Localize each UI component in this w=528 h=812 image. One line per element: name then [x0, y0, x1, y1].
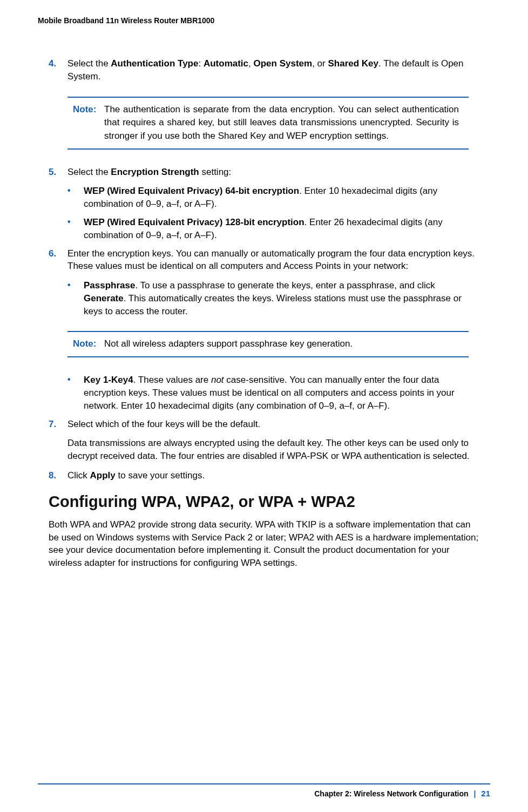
bullet-text: WEP (Wired Equivalent Privacy) 64-bit en…: [84, 185, 479, 211]
footer-page-number: 21: [481, 789, 490, 798]
step-7: 7. Select which of the four keys will be…: [49, 418, 479, 431]
text: , or: [312, 58, 328, 69]
step-4: 4. Select the Authentication Type: Autom…: [49, 57, 479, 83]
wep-64-label: WEP (Wired Equivalent Privacy) 64-bit en…: [84, 186, 299, 196]
bullet-wep-64: • WEP (Wired Equivalent Privacy) 64-bit …: [67, 185, 479, 211]
note-box-2: Note: Not all wireless adapters support …: [67, 331, 469, 357]
wep-128-label: WEP (Wired Equivalent Privacy) 128-bit e…: [84, 217, 304, 227]
option-automatic: Automatic: [204, 58, 248, 69]
option-shared-key: Shared Key: [328, 58, 378, 69]
bullet-marker: •: [67, 185, 84, 211]
step-6-bullets-2: • Key 1-Key4. These values are not case-…: [67, 374, 479, 412]
note-text: Not all wireless adapters support passph…: [104, 337, 469, 351]
passphrase-label: Passphrase: [84, 280, 135, 290]
step-number: 7.: [49, 418, 67, 431]
bullet-text: Passphrase. To use a passphrase to gener…: [84, 279, 479, 317]
note-label: Note:: [67, 103, 104, 143]
note-box-1: Note: The authentication is separate fro…: [67, 97, 469, 150]
step-8: 8. Click Apply to save your settings.: [49, 469, 479, 482]
bullet-passphrase: • Passphrase. To use a passphrase to gen…: [67, 279, 479, 317]
page-header: Mobile Broadband 11n Wireless Router MBR…: [38, 16, 490, 25]
text: :: [198, 58, 203, 69]
text: Click: [67, 470, 90, 481]
bullet-text: WEP (Wired Equivalent Privacy) 128-bit e…: [84, 216, 479, 242]
step-number: 6.: [49, 247, 67, 273]
auth-type-label: Authentication Type: [111, 58, 198, 69]
bullet-key1-key4: • Key 1-Key4. These values are not case-…: [67, 374, 479, 412]
text: ,: [248, 58, 253, 69]
footer-chapter: Chapter 2: Wireless Network Configuratio…: [314, 789, 468, 798]
encryption-strength-label: Encryption Strength: [111, 167, 199, 177]
step-5: 5. Select the Encryption Strength settin…: [49, 166, 479, 179]
text: . This automatically creates the keys. W…: [84, 293, 462, 316]
note-text: The authentication is separate from the …: [104, 103, 469, 143]
option-open-system: Open System: [254, 58, 313, 69]
step-text: Select the Authentication Type: Automati…: [67, 57, 479, 83]
step-text: Select the Encryption Strength setting:: [67, 166, 479, 179]
step-text: Click Apply to save your settings.: [67, 469, 479, 482]
bullet-marker: •: [67, 279, 84, 317]
key1-key4-label: Key 1-Key4: [84, 375, 133, 385]
page-footer: Chapter 2: Wireless Network Configuratio…: [38, 783, 490, 798]
section-para-wpa: Both WPA and WPA2 provide strong data se…: [49, 518, 479, 570]
step-number: 8.: [49, 469, 67, 482]
text: Select the: [67, 58, 111, 69]
text: Select the: [67, 167, 111, 177]
bullet-wep-128: • WEP (Wired Equivalent Privacy) 128-bit…: [67, 216, 479, 242]
generate-label: Generate: [84, 293, 124, 303]
step-text: Select which of the four keys will be th…: [67, 418, 479, 431]
step-number: 4.: [49, 57, 67, 83]
bullet-marker: •: [67, 374, 84, 412]
step-number: 5.: [49, 166, 67, 179]
not-italic: not: [211, 375, 224, 385]
apply-label: Apply: [90, 470, 116, 481]
step-7-para: Data transmissions are always encrypted …: [67, 437, 479, 463]
section-heading-wpa: Configuring WPA, WPA2, or WPA + WPA2: [49, 493, 479, 511]
note-label: Note:: [67, 337, 104, 351]
text: setting:: [199, 167, 232, 177]
bullet-text: Key 1-Key4. These values are not case-se…: [84, 374, 479, 412]
step-text: Enter the encryption keys. You can manua…: [67, 247, 479, 273]
step-6-bullets: • Passphrase. To use a passphrase to gen…: [67, 279, 479, 317]
step-6: 6. Enter the encryption keys. You can ma…: [49, 247, 479, 273]
bullet-marker: •: [67, 216, 84, 242]
text: . These values are: [133, 375, 211, 385]
step-5-bullets: • WEP (Wired Equivalent Privacy) 64-bit …: [67, 185, 479, 241]
page-content: 4. Select the Authentication Type: Autom…: [38, 57, 490, 570]
text: . To use a passphrase to generate the ke…: [135, 280, 435, 290]
footer-separator: |: [474, 789, 476, 798]
text: to save your settings.: [116, 470, 205, 481]
